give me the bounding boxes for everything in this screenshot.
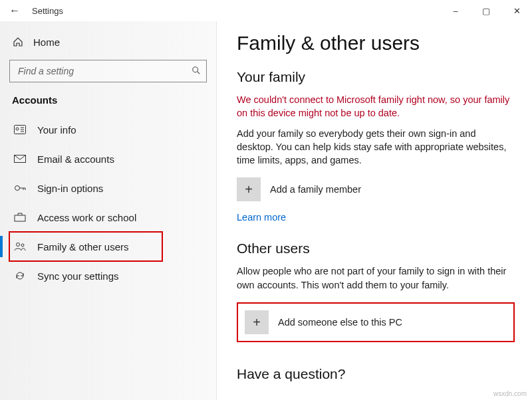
sidebar-item-your-info[interactable]: Your info — [9, 115, 207, 144]
people-icon — [13, 242, 27, 251]
back-button[interactable]: ← — [0, 5, 29, 17]
sync-icon — [13, 270, 27, 281]
user-card-icon — [13, 125, 27, 134]
add-other-label: Add someone else to this PC — [278, 317, 402, 328]
sidebar-item-email-accounts[interactable]: Email & accounts — [9, 144, 207, 173]
svg-point-14 — [21, 244, 24, 247]
home-nav[interactable]: Home — [9, 28, 207, 56]
sidebar-item-label: Sign-in options — [37, 183, 103, 194]
watermark: wsxdn.com — [493, 390, 527, 397]
other-users-body-text: Allow people who are not part of your fa… — [237, 264, 515, 292]
add-someone-else-button[interactable]: + Add someone else to this PC — [237, 302, 515, 342]
sidebar: Home Accounts Your info Email & accounts — [0, 21, 217, 400]
main-content: Family & other users Your family We coul… — [217, 21, 532, 400]
svg-rect-12 — [15, 215, 25, 221]
titlebar: ← Settings – ▢ ✕ — [0, 0, 532, 21]
other-users-heading: Other users — [237, 241, 515, 256]
family-body-text: Add your family so everybody gets their … — [237, 127, 515, 167]
plus-icon: + — [237, 177, 261, 201]
home-label: Home — [33, 37, 60, 48]
window-title: Settings — [29, 6, 63, 16]
plus-icon: + — [245, 310, 269, 334]
svg-point-8 — [15, 186, 20, 191]
have-question-heading: Have a question? — [237, 366, 515, 382]
svg-point-0 — [193, 66, 198, 72]
sidebar-item-label: Access work or school — [37, 212, 136, 223]
learn-more-link[interactable]: Learn more — [237, 212, 286, 223]
sidebar-item-label: Family & other users — [37, 241, 129, 252]
sidebar-section-label: Accounts — [9, 92, 207, 115]
add-family-member-button[interactable]: + Add a family member — [237, 177, 515, 201]
sidebar-item-sync-settings[interactable]: Sync your settings — [9, 261, 207, 290]
search-box[interactable] — [9, 60, 207, 82]
briefcase-icon — [13, 213, 27, 222]
page-title: Family & other users — [237, 32, 515, 54]
svg-line-1 — [198, 71, 200, 74]
minimize-button[interactable]: – — [440, 0, 471, 21]
sidebar-item-family-other-users[interactable]: Family & other users — [9, 232, 162, 261]
key-icon — [13, 183, 27, 193]
search-icon — [192, 66, 201, 77]
sidebar-item-label: Sync your settings — [37, 270, 119, 282]
svg-point-13 — [17, 243, 20, 247]
sidebar-item-label: Email & accounts — [37, 153, 114, 165]
close-button[interactable]: ✕ — [501, 0, 532, 21]
maximize-button[interactable]: ▢ — [471, 0, 501, 21]
search-input[interactable] — [17, 65, 192, 77]
sidebar-item-access-work-school[interactable]: Access work or school — [9, 203, 207, 232]
home-icon — [12, 37, 24, 47]
add-family-label: Add a family member — [270, 184, 361, 195]
mail-icon — [13, 155, 27, 163]
family-error-text: We couldn't connect to Microsoft family … — [237, 93, 515, 120]
sidebar-item-label: Your info — [37, 124, 76, 136]
family-heading: Your family — [237, 69, 515, 85]
sidebar-item-signin-options[interactable]: Sign-in options — [9, 173, 207, 203]
svg-point-3 — [16, 128, 19, 130]
